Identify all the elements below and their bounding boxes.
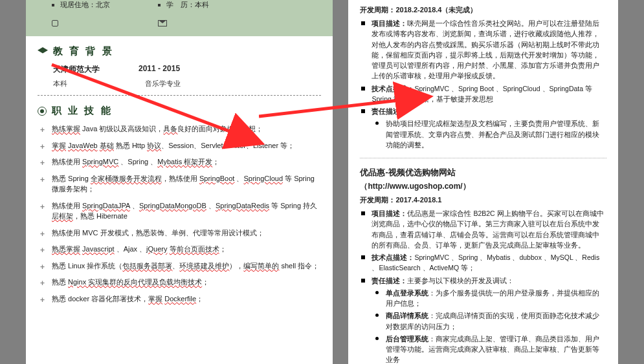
edu-value: 本科 xyxy=(195,1,209,8)
resume-page-right: 咪壳网-项目性音乐类社交平台 开发周期：2018.2-2018.4（未完成） 项… xyxy=(348,0,618,364)
skill-item: 熟练使用 SpringDataJPA 、SpringDataMongoDB 、S… xyxy=(40,200,321,222)
target-icon xyxy=(38,107,47,116)
proj1-tech: 技术点描述：SpringMVC 、Spring Boot 、SpringClou… xyxy=(369,83,606,105)
divider xyxy=(38,95,321,96)
period-value: 2018.2-2018.4（未完成） xyxy=(395,6,477,14)
proj1-resp-item: 协助项目经理完成框架选型及文档编写，主要负责用户管理系统、新闻管理系统、文章内容… xyxy=(383,118,606,150)
skill-item: 熟悉掌握 Javascript 、Ajax 、jQuery 等前台页面技术； xyxy=(40,244,321,255)
proj2-desc: 项目描述：优品惠是一家综合性 B2B2C 网上购物平台。买家可以在商城中浏览商品… xyxy=(369,208,606,250)
education-row: 天津师范大学 2011 - 2015 xyxy=(38,64,321,75)
proj2-period: 开发周期：2017.4-2018.1 xyxy=(360,195,606,206)
skill-item: 熟悉 Spring 全家桶微服务开发流程，熟练使用 SpringBoot 、Sp… xyxy=(40,173,321,195)
period-value: 2017.4-2018.1 xyxy=(395,196,441,204)
resume-page-left: 现居住地：北京 学 历：本科 教 育 背 景 天津师范大学 2011 - 201… xyxy=(26,0,333,364)
project-1: 咪壳网-项目性音乐类社交平台 开发周期：2018.2-2018.4（未完成） 项… xyxy=(360,1,606,150)
module-item: 单点登录系统：为多个服务提供统一的用户登录服务，并提供相应的用户信息； xyxy=(383,288,606,309)
skill-item: 熟练使用 SpringMVC 、Spring 、Mybatis 框架开发； xyxy=(40,156,321,167)
bullet-dot xyxy=(52,4,54,6)
graduation-cap-icon xyxy=(38,47,48,55)
proj1-desc: 项目描述：咪壳网是一个综合性音乐类社交网站。用户可以在注册登陆后发布或博客内容发… xyxy=(369,18,606,81)
period-label: 开发周期： xyxy=(360,6,395,14)
bullet-dot xyxy=(158,4,161,6)
module-item: 后台管理系统：商家完成商品上架、管理订单、商品类目添加、用户管理等功能。运营商完… xyxy=(383,334,606,364)
proj1-period: 开发周期：2018.2-2018.4（未完成） xyxy=(360,5,606,16)
residence-label: 现居住地： xyxy=(60,1,96,8)
proj1-resp: 责任描述： 协助项目经理完成框架选型及文档编写，主要负责用户管理系统、新闻管理系… xyxy=(369,106,606,150)
skill-item: 熟悉 docker 容器化部署技术，掌握 Dockerfile； xyxy=(40,294,321,305)
module-item: 商品详情系统：完成商品详情页面的实现，使用页面静态化技术减少对数据库的访问压力； xyxy=(383,310,606,332)
header-band: 现居住地：北京 学 历：本科 xyxy=(26,0,333,36)
skill-item: 掌握 JavaWeb 基础 熟悉 Http 协议、Session、Servlet… xyxy=(40,140,321,151)
residence-value: 北京 xyxy=(96,1,110,8)
proj2-tech: 技术点描述：SpringMVC 、Spring 、Mybatis 、dubbox… xyxy=(369,252,606,273)
section-skills-title: 职 业 技 能 xyxy=(38,105,321,117)
mail-icon xyxy=(158,20,167,27)
section-education-title: 教 育 背 景 xyxy=(38,45,321,58)
degree: 本科 xyxy=(53,79,106,89)
major: 音乐学专业 xyxy=(145,79,181,89)
header-education: 学 历：本科 xyxy=(158,0,261,10)
resp-intro: 主要参与以下模块的开发及调试： xyxy=(407,277,514,284)
proj2-resp: 责任描述：主要参与以下模块的开发及调试： 单点登录系统：为多个服务提供统一的用户… xyxy=(369,275,606,364)
education-sub-row: 本科 音乐学专业 xyxy=(38,79,321,89)
skills-title-text: 职 业 技 能 xyxy=(52,105,113,116)
edu-title-text: 教 育 背 景 xyxy=(53,45,114,56)
skill-item: 熟悉 Nginx 实现集群的反向代理及负载均衡技术； xyxy=(40,277,321,288)
proj1-title: 咪壳网-项目性音乐类社交平台 xyxy=(360,1,606,3)
skill-item: 熟练使用 MVC 开发模式，熟悉装饰、单例、代理等常用设计模式； xyxy=(40,228,321,239)
edu-label: 学 历： xyxy=(166,1,195,8)
skill-item: 熟悉 Linux 操作系统（包括服务器部署、环境搭建及维护），编写简单的 she… xyxy=(40,261,321,272)
phone-icon xyxy=(52,20,58,27)
school-name: 天津师范大学 xyxy=(53,64,100,75)
proj2-title: 优品惠-视频优选购物网站 xyxy=(360,166,606,179)
proj2-url: （http://www.ugoshop.com/） xyxy=(360,180,606,193)
header-residence: 现居住地：北京 xyxy=(52,0,142,10)
proj1-bullets: 项目描述：咪壳网是一个综合性音乐类社交网站。用户可以在注册登陆后发布或博客内容发… xyxy=(360,18,606,150)
school-years: 2011 - 2015 xyxy=(139,64,180,75)
proj2-bullets: 项目描述：优品惠是一家综合性 B2B2C 网上购物平台。买家可以在商城中浏览商品… xyxy=(360,208,606,364)
skill-list: 熟练掌握 Java 初级以及高级知识，具备良好的面向对象编程思想；掌握 Java… xyxy=(38,123,321,304)
divider xyxy=(360,158,606,158)
skill-item: 熟练掌握 Java 初级以及高级知识，具备良好的面向对象编程思想； xyxy=(40,123,321,134)
period-label: 开发周期： xyxy=(360,196,395,204)
project-2: 优品惠-视频优选购物网站 （http://www.ugoshop.com/） 开… xyxy=(360,166,606,364)
